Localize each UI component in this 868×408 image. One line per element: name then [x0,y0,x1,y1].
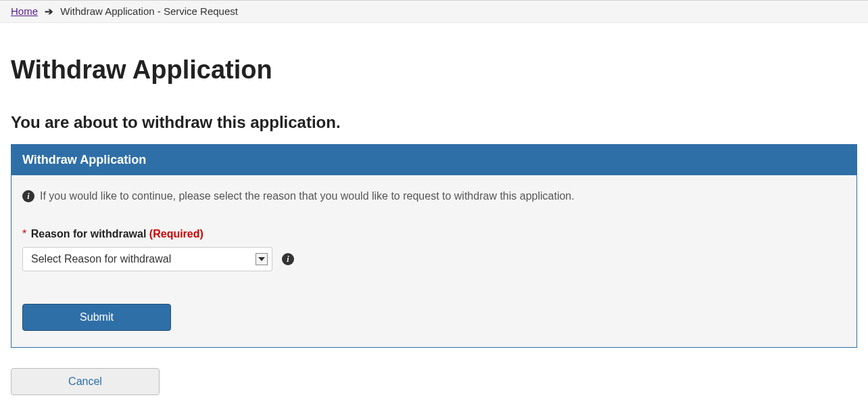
reason-label: Reason for withdrawal [31,228,147,240]
info-text: If you would like to continue, please se… [40,190,575,202]
chevron-down-icon [256,253,268,265]
help-info-icon[interactable]: i [282,253,294,265]
reason-select-row: Select Reason for withdrawal i [22,247,846,271]
required-text: (Required) [149,228,203,240]
reason-select[interactable]: Select Reason for withdrawal [22,247,272,271]
arrow-right-icon: ➔ [45,5,53,17]
breadcrumb-home-link[interactable]: Home [11,5,38,17]
withdraw-panel: Withdraw Application i If you would like… [11,144,857,348]
page-title: Withdraw Application [11,55,857,85]
reason-select-value: Select Reason for withdrawal [31,253,171,265]
reason-label-row: * Reason for withdrawal (Required) [22,228,846,240]
cancel-button[interactable]: Cancel [11,368,160,395]
panel-header: Withdraw Application [11,145,857,175]
panel-body: i If you would like to continue, please … [11,175,857,347]
info-icon: i [22,190,34,202]
breadcrumb: Home ➔ Withdraw Application - Service Re… [0,0,868,23]
required-asterisk: * [22,228,26,240]
submit-button[interactable]: Submit [22,304,171,331]
info-row: i If you would like to continue, please … [22,190,846,202]
breadcrumb-current: Withdraw Application - Service Request [60,5,238,17]
page-subtitle: You are about to withdraw this applicati… [11,113,857,132]
